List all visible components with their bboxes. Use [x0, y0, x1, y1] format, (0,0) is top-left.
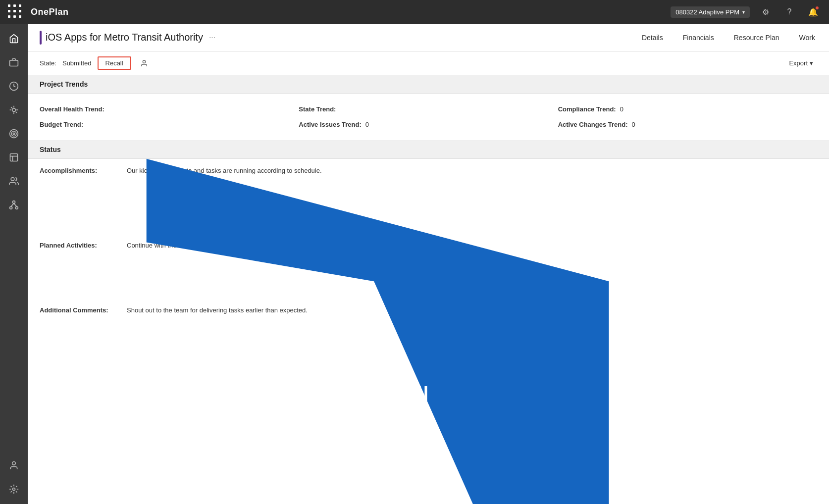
overall-health-label: Overall Health Trend: — [40, 105, 104, 113]
state-trend-label: State Trend: — [299, 105, 336, 113]
tenant-selector[interactable]: 080322 Adaptive PPM ▾ — [671, 6, 750, 18]
export-button[interactable]: Export ▾ — [785, 57, 817, 69]
accomplishments-label: Accomplishments: — [40, 167, 119, 174]
svg-point-21 — [12, 462, 16, 465]
main-content: Project Trends Overall Health Trend: Sta… — [28, 75, 829, 504]
svg-line-4 — [11, 107, 12, 108]
svg-point-22 — [13, 488, 15, 491]
export-label: Export — [789, 59, 808, 67]
compliance-trend-label: Compliance Trend: — [558, 105, 616, 113]
content-area: iOS Apps for Metro Transit Authority ···… — [28, 24, 829, 504]
additional-comments-value: Shout out to the team for delivering tas… — [127, 306, 308, 314]
notification-badge — [815, 6, 819, 10]
compliance-trend-field: Compliance Trend: 0 — [558, 101, 817, 117]
tab-resource-plan[interactable]: Resource Plan — [732, 34, 781, 42]
active-issues-label: Active Issues Trend: — [299, 121, 361, 128]
svg-rect-12 — [10, 154, 18, 161]
budget-trend-label: Budget Trend: — [40, 121, 83, 128]
recall-button[interactable]: Recall — [98, 56, 131, 70]
state-value: Submitted — [62, 59, 92, 67]
svg-point-10 — [11, 131, 16, 136]
sidebar-item-bottom[interactable] — [3, 478, 25, 500]
svg-point-8 — [12, 108, 16, 112]
active-changes-value: 0 — [632, 121, 635, 128]
svg-rect-0 — [10, 60, 18, 66]
bell-icon[interactable]: 🔔 — [805, 4, 821, 20]
sidebar-item-goals[interactable] — [3, 123, 25, 145]
active-changes-label: Active Changes Trend: — [558, 121, 628, 128]
tab-financials[interactable]: Financials — [681, 34, 716, 42]
additional-comments-label: Additional Comments: — [40, 306, 119, 314]
planned-activities-value: Continue with the current plan — [127, 242, 212, 249]
status-header: Status — [28, 141, 829, 159]
additional-comments-field: Additional Comments: Shout out to the te… — [40, 306, 817, 314]
sidebar-item-people[interactable] — [3, 170, 25, 192]
status-section: Accomplishments: Our kickoff is complete… — [28, 159, 829, 330]
svg-line-20 — [14, 203, 17, 207]
overlay-spacer — [40, 182, 817, 242]
export-chevron-icon: ▾ — [810, 59, 813, 67]
sidebar-item-portfolio[interactable] — [3, 51, 25, 73]
active-changes-field: Active Changes Trend: 0 — [558, 117, 817, 132]
svg-point-17 — [10, 206, 12, 209]
page-nav-tabs: Details Financials Resource Plan Work — [640, 34, 817, 42]
accomplishments-value: Our kickoff is complete and tasks are ru… — [127, 167, 322, 174]
settings-icon[interactable]: ⚙ — [758, 4, 774, 20]
state-bar: State: Submitted Recall Export ▾ — [28, 51, 829, 75]
svg-line-5 — [16, 112, 17, 113]
svg-point-11 — [13, 133, 14, 134]
page-title-container: iOS Apps for Metro Transit Authority ··· — [40, 31, 640, 45]
tab-work[interactable]: Work — [797, 34, 817, 42]
main-layout: iOS Apps for Metro Transit Authority ···… — [0, 24, 829, 504]
overall-health-field: Overall Health Trend: — [40, 101, 299, 117]
active-issues-field: Active Issues Trend: 0 — [299, 117, 558, 132]
top-nav: OnePlan 080322 Adaptive PPM ▾ ⚙ ? 🔔 — [0, 0, 829, 24]
app-logo: OnePlan — [31, 7, 69, 17]
page-title-menu[interactable]: ··· — [207, 32, 217, 43]
sidebar-item-network[interactable] — [3, 194, 25, 216]
sidebar-item-profile[interactable] — [3, 454, 25, 476]
svg-point-18 — [15, 206, 18, 209]
tenant-chevron-icon: ▾ — [742, 9, 745, 15]
sidebar-item-reports[interactable] — [3, 147, 25, 168]
active-issues-value: 0 — [365, 121, 369, 128]
trends-fields: Overall Health Trend: State Trend: Compl… — [28, 94, 829, 141]
help-icon[interactable]: ? — [781, 4, 797, 20]
sidebar-item-clock[interactable] — [3, 75, 25, 97]
planned-activities-label: Planned Activities: — [40, 242, 119, 249]
budget-trend-field: Budget Trend: — [40, 117, 299, 132]
sidebar-item-ideas[interactable] — [3, 99, 25, 121]
tab-details[interactable]: Details — [640, 34, 665, 42]
planned-activities-field: Planned Activities: Continue with the cu… — [40, 242, 817, 249]
page-title-accent — [40, 31, 42, 45]
svg-point-23 — [143, 60, 145, 63]
svg-text:Click Recall: Click Recall — [279, 380, 429, 416]
svg-point-15 — [11, 178, 14, 181]
page-header: iOS Apps for Metro Transit Authority ···… — [28, 24, 829, 51]
assign-user-icon[interactable] — [137, 56, 151, 70]
compliance-trend-value: 0 — [620, 105, 623, 113]
state-label: State: — [40, 59, 56, 67]
svg-point-9 — [10, 130, 18, 138]
grid-menu-icon[interactable] — [8, 4, 23, 19]
page-title: iOS Apps for Metro Transit Authority — [46, 32, 203, 43]
svg-point-16 — [13, 201, 15, 203]
tenant-name: 080322 Adaptive PPM — [675, 8, 739, 16]
sidebar — [0, 24, 28, 504]
sidebar-item-home[interactable] — [3, 28, 25, 50]
accomplishments-field: Accomplishments: Our kickoff is complete… — [40, 167, 817, 174]
spacing — [40, 257, 817, 306]
project-trends-header: Project Trends — [28, 75, 829, 94]
svg-line-19 — [11, 203, 14, 207]
state-trend-field: State Trend: — [299, 101, 558, 117]
